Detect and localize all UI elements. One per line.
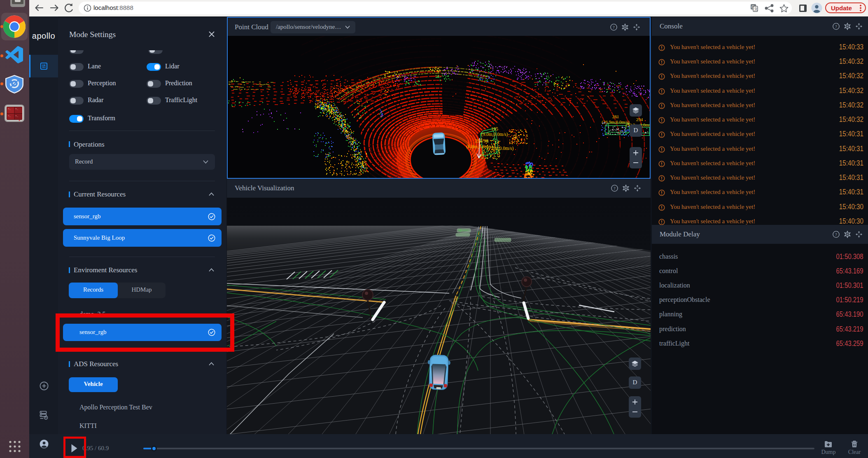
svg-text:>_: >_ <box>15 107 19 110</box>
svg-text:(9.0m,0.0m/s): (9.0m,0.0m/s) <box>481 132 508 137</box>
svg-text:281: 281 <box>612 114 619 119</box>
svg-text:?: ? <box>613 25 615 30</box>
svg-text:195: 195 <box>491 126 498 131</box>
svg-text:?: ? <box>835 24 837 29</box>
svg-text:?: ? <box>614 186 616 191</box>
svg-text:(7.3m,0.0m/s): (7.3m,0.0m/s) <box>487 146 514 151</box>
svg-text:294: 294 <box>636 117 643 122</box>
svg-text:>_: >_ <box>8 107 11 110</box>
svg-text:295/99: 295/99 <box>475 138 488 143</box>
svg-text:>_: >_ <box>8 114 11 117</box>
svg-text:文: 文 <box>754 7 758 11</box>
svg-text:?: ? <box>835 232 837 237</box>
svg-text:>_: >_ <box>15 114 19 117</box>
